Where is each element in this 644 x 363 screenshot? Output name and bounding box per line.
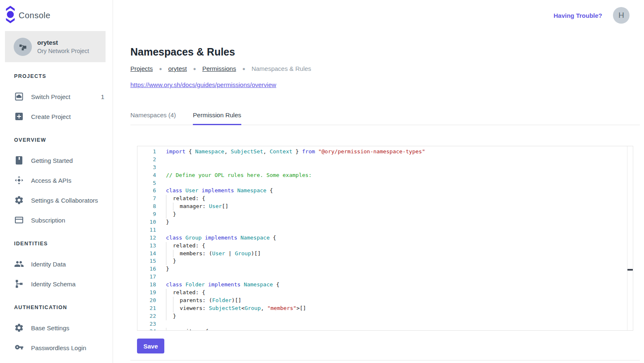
code-editor-lines: 1import { Namespace, SubjectSet, Context… [137, 146, 633, 331]
line-number: 9 [137, 211, 156, 218]
sidebar-item-identity-schema[interactable]: Identity Schema [0, 274, 113, 294]
line-number: 6 [137, 187, 156, 195]
indent-guide [166, 242, 173, 250]
app-logo[interactable]: Console [0, 0, 113, 26]
section-header-identities: IDENTITIES [14, 241, 106, 247]
sidebar-item-label: Settings & Collaborators [31, 197, 98, 204]
code-line: 2 [137, 156, 633, 164]
code-line: 4// Define your OPL rules here. Some exa… [137, 172, 633, 179]
line-number: 13 [137, 242, 156, 250]
indent-guide [173, 203, 180, 211]
indent-guide [166, 203, 173, 211]
breadcrumb-projects[interactable]: Projects [130, 65, 153, 72]
code-line: 8 manager: User[] [137, 203, 633, 211]
main-content: Namespaces & Rules Projects ● orytest ● … [113, 0, 644, 363]
identity-data-icon [14, 259, 24, 269]
code-line: 15 } [137, 257, 633, 265]
line-number: 17 [137, 273, 156, 281]
code-line: 23 [137, 320, 633, 328]
code-line: 3 [137, 164, 633, 172]
indent-guide [166, 289, 173, 297]
breadcrumb-permissions[interactable]: Permissions [202, 65, 236, 72]
sidebar-item-base-settings[interactable]: Base Settings [0, 318, 113, 338]
code-line: 5 [137, 179, 633, 187]
sidebar-item-label: Identity Data [31, 261, 66, 268]
sidebar-item-passwordless-login[interactable]: Passwordless Login [0, 338, 113, 358]
switch-project-icon [14, 92, 24, 102]
create-project-icon [14, 111, 24, 121]
code-line: 1import { Namespace, SubjectSet, Context… [137, 148, 633, 156]
breadcrumb-current: Namespaces & Rules [252, 65, 311, 72]
docs-link[interactable]: https://www.ory.sh/docs/guides/permissio… [130, 81, 276, 88]
sidebar-item-settings-collaborators[interactable]: Settings & Collaborators [0, 190, 113, 210]
project-name: orytest [37, 39, 89, 46]
line-number: 14 [137, 250, 156, 258]
line-number: 5 [137, 179, 156, 187]
sidebar: Console orytest Ory Network Project PROJ… [0, 0, 113, 363]
indent-guide [166, 297, 173, 305]
sidebar-item-subscription[interactable]: Subscription [0, 210, 113, 230]
sidebar-item-switch-project[interactable]: Switch Project 1 [0, 87, 113, 106]
tab-permission-rules[interactable]: Permission Rules [193, 105, 241, 125]
indent-guide [166, 305, 173, 312]
save-button[interactable]: Save [137, 339, 164, 353]
line-number: 23 [137, 320, 156, 328]
indent-guide [173, 250, 180, 258]
line-number: 2 [137, 156, 156, 164]
breadcrumb: Projects ● orytest ● Permissions ● Names… [130, 65, 640, 72]
line-number: 10 [137, 218, 156, 226]
code-line: 13 related: { [137, 242, 633, 250]
scrollbar-annotation [627, 269, 633, 271]
code-line: 11 [137, 226, 633, 234]
code-line: 24 permits = { [137, 328, 633, 331]
indent-guide [166, 250, 173, 258]
breadcrumb-separator: ● [193, 66, 196, 72]
line-number: 20 [137, 297, 156, 305]
tabs: Namespaces (4) Permission Rules [130, 105, 640, 125]
code-editor[interactable]: 1import { Namespace, SubjectSet, Context… [137, 146, 633, 331]
line-number: 18 [137, 281, 156, 289]
section-header-projects: PROJECTS [14, 73, 106, 79]
code-line: 18class Folder implements Namespace { [137, 281, 633, 289]
breadcrumb-separator: ● [159, 66, 162, 72]
code-line: 16} [137, 265, 633, 273]
sidebar-item-label: Access & APIs [31, 177, 72, 184]
code-line: 20 parents: (Folder)[] [137, 297, 633, 305]
breadcrumb-separator: ● [242, 66, 245, 72]
line-number: 19 [137, 289, 156, 297]
code-line: 9 } [137, 211, 633, 218]
code-line: 7 related: { [137, 195, 633, 203]
sidebar-item-getting-started[interactable]: Getting Started [0, 150, 113, 170]
sidebar-item-label: Subscription [31, 217, 65, 224]
sidebar-item-label: Create Project [31, 113, 71, 120]
sidebar-item-access-apis[interactable]: Access & APIs [0, 170, 113, 190]
switch-project-count: 1 [101, 93, 104, 100]
app-title: Console [19, 11, 50, 20]
tab-namespaces[interactable]: Namespaces (4) [130, 105, 176, 125]
getting-started-icon [14, 155, 24, 165]
code-line: 14 members: (User | Group)[] [137, 250, 633, 258]
line-number: 24 [137, 328, 156, 331]
code-line: 19 related: { [137, 289, 633, 297]
sidebar-item-label: Identity Schema [31, 281, 76, 288]
sidebar-item-create-project[interactable]: Create Project [0, 106, 113, 126]
line-number: 12 [137, 234, 156, 242]
ory-logo-icon [5, 6, 16, 25]
sidebar-item-label: Switch Project [31, 93, 70, 100]
editor-scrollbar-track[interactable] [627, 146, 633, 330]
section-header-authentication: AUTHENTICATION [14, 305, 106, 310]
sidebar-item-identity-data[interactable]: Identity Data [0, 254, 113, 274]
project-tree-icon [18, 42, 28, 52]
line-number: 8 [137, 203, 156, 211]
code-line: 6class User implements Namespace { [137, 187, 633, 195]
section-header-overview: OVERVIEW [14, 137, 106, 143]
breadcrumb-orytest[interactable]: orytest [168, 65, 187, 72]
line-number: 4 [137, 172, 156, 179]
project-selector[interactable]: orytest Ory Network Project [5, 31, 106, 62]
indent-guide [166, 211, 173, 218]
indent-guide [173, 305, 180, 312]
line-number: 22 [137, 312, 156, 320]
indent-guide [166, 195, 173, 203]
indent-guide [166, 257, 173, 265]
subscription-icon [14, 215, 24, 225]
